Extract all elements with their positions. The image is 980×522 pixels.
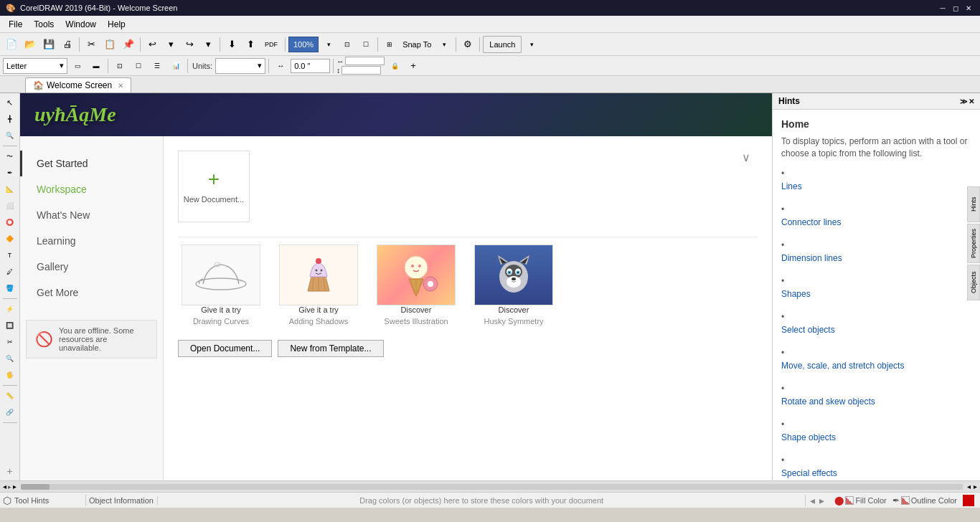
lt-tool-5[interactable]: ✒ [2,165,18,181]
redo-dropdown[interactable]: ▾ [199,36,217,53]
thumb-adding-shadows[interactable]: Give it a try Adding Shadows [275,245,362,326]
scroll-right[interactable]: ▸ [13,483,17,490]
hint-link-connector[interactable]: Connector lines [781,217,971,227]
restore-button[interactable]: ◻ [950,2,961,14]
menu-window[interactable]: Window [60,18,102,31]
hint-link-move[interactable]: Move, scale, and stretch objects [781,361,971,371]
scrollbar-track[interactable] [21,484,963,490]
hint-link-rotate[interactable]: Rotate and skew objects [781,397,971,407]
tb2-btn1[interactable]: ⊡ [111,57,128,75]
settings-button[interactable]: ⚙ [459,36,476,53]
redo-button[interactable]: ↪ [181,36,198,53]
import-button[interactable]: ⬇ [223,36,240,53]
portrait-button[interactable]: ▭ [69,57,86,75]
lt-tool-2[interactable]: ╋ [2,111,18,127]
pdf-button[interactable]: PDF [260,36,282,53]
expand-arrow[interactable]: ∨ [742,151,750,164]
snap-button[interactable]: ⊞ [381,36,398,53]
lt-tool-9[interactable]: 🔶 [2,231,18,247]
x-coord-input[interactable] [291,59,330,73]
tb2-btn2[interactable]: ☐ [130,57,147,75]
lt-tool-12[interactable]: 🪣 [2,280,18,296]
new-button[interactable]: 📄 [3,36,20,53]
lt-tool-15[interactable]: ✂ [2,334,18,350]
lt-tool-8[interactable]: ⭕ [2,214,18,230]
lt-tool-17[interactable]: 🖐 [2,367,18,383]
properties-tab[interactable]: Properties [967,224,980,263]
scroll-left[interactable]: ◂ [3,483,6,490]
new-from-template-button[interactable]: New from Template... [278,340,383,357]
new-document-card[interactable]: + New Document... [178,151,250,222]
width-input[interactable] [345,57,385,65]
open-document-button[interactable]: Open Document... [178,340,272,357]
height-input[interactable] [341,66,381,75]
cut-button[interactable]: ✂ [83,36,100,53]
objects-tab[interactable]: Objects [967,265,980,300]
thumb-husky[interactable]: Discover Husky Symmetry [471,245,557,326]
save-button[interactable]: 💾 [40,36,57,53]
hint-link-lines[interactable]: Lines [781,181,971,191]
hint-link-shapes[interactable]: Shapes [781,289,971,299]
zoom-level[interactable]: 100% [288,37,319,52]
select-tool[interactable]: ↖ [2,95,18,110]
nav-arrow-left[interactable]: ◂ [809,495,816,506]
lt-tool-7[interactable]: ⬜ [2,198,18,214]
launch-button[interactable]: Launch [483,36,522,53]
color-square[interactable] [963,495,974,506]
lt-tool-13[interactable]: ⚡ [2,301,18,317]
lt-tool-3[interactable]: 🔍 [2,128,18,143]
landscape-button[interactable]: ▬ [88,57,105,75]
lt-tool-16[interactable]: 🔍 [2,351,18,366]
hints-expand-icon[interactable]: ≫ [960,98,967,105]
lt-tool-6[interactable]: 📐 [2,181,18,197]
close-button[interactable]: ✕ [963,2,974,14]
open-button[interactable]: 📂 [22,36,39,53]
add-page-button[interactable]: + [405,57,422,75]
hints-tab[interactable]: Hints [967,186,980,222]
thumb-drawing-curves[interactable]: Give it a try Drawing Curves [178,245,264,326]
thumb-sweets[interactable]: Discover Sweets Illustration [373,245,459,326]
hints-close-icon[interactable]: ✕ [969,98,974,105]
outline-color-box[interactable] [901,496,910,505]
snap-dropdown[interactable]: ▾ [435,36,453,53]
lt-tool-19[interactable]: 🔗 [2,404,18,420]
zoom-dropdown[interactable]: ▾ [320,36,337,53]
hint-link-special[interactable]: Special effects [781,468,971,478]
hint-link-dimension[interactable]: Dimension lines [781,253,971,263]
lt-tool-18[interactable]: 📏 [2,388,18,404]
hint-link-select[interactable]: Select objects [781,325,971,335]
print-button[interactable]: 🖨 [59,36,76,53]
lt-tool-10[interactable]: T [2,247,18,263]
lt-tool-14[interactable]: 🔲 [2,318,18,333]
welcome-tab[interactable]: 🏠 Welcome Screen ✕ [25,77,131,92]
undo-button[interactable]: ↩ [143,36,161,53]
launch-dropdown[interactable]: ▾ [523,36,540,53]
zoom-fit[interactable]: ⊡ [339,36,356,53]
zoom-page[interactable]: ☐ [357,36,374,53]
tb2-btn3[interactable]: ☰ [149,57,166,75]
lt-add-tool[interactable]: + [2,463,18,479]
scrollbar-thumb[interactable] [21,484,50,490]
nav-gallery[interactable]: Gallery [20,254,163,280]
export-button[interactable]: ⬆ [242,36,259,53]
units-dropdown[interactable]: ▾ [215,58,265,74]
hint-link-shape-objects[interactable]: Shape objects [781,432,971,442]
nav-whats-new[interactable]: What's New [20,202,163,228]
paper-size-dropdown[interactable]: Letter ▾ [3,58,67,74]
lt-tool-4[interactable]: 〜 [2,148,18,164]
nav-get-started[interactable]: Get Started [20,151,163,176]
undo-dropdown[interactable]: ▾ [162,36,179,53]
tab-close-icon[interactable]: ✕ [118,82,123,90]
copy-button[interactable]: 📋 [101,36,118,53]
lock-ratio-button[interactable]: 🔒 [386,57,403,75]
nav-prev[interactable]: ◂ [967,483,971,490]
menu-help[interactable]: Help [102,18,131,31]
nav-learning[interactable]: Learning [20,228,163,254]
menu-file[interactable]: File [3,18,28,31]
nav-workspace[interactable]: Workspace [20,176,163,202]
tb2-btn4[interactable]: 📊 [167,57,184,75]
paste-button[interactable]: 📌 [120,36,137,53]
minimize-button[interactable]: ─ [937,2,948,14]
menu-tools[interactable]: Tools [28,18,60,31]
fill-color-box[interactable] [845,496,854,505]
